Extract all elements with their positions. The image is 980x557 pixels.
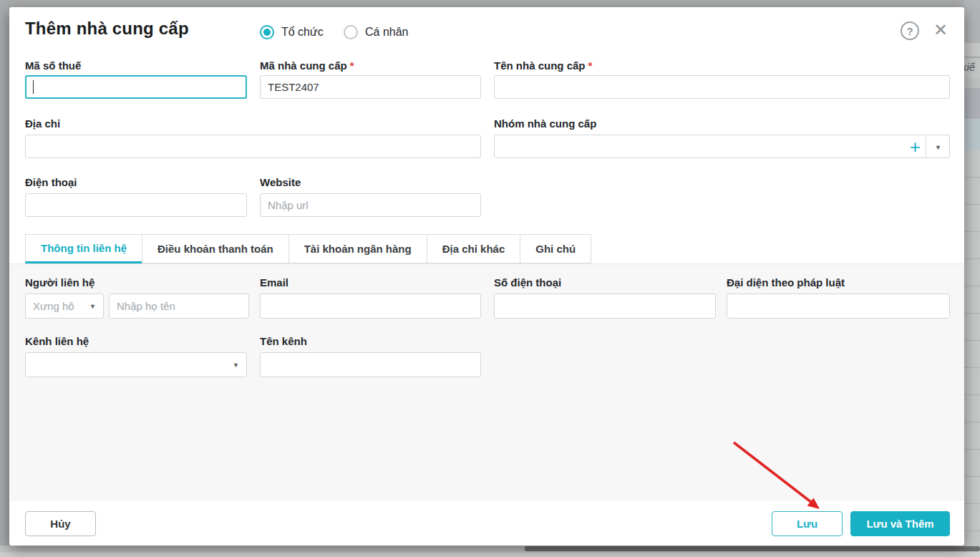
background-band (964, 88, 980, 119)
chevron-down-icon: ▼ (233, 362, 239, 369)
radio-option-individual[interactable]: Cá nhân (344, 25, 409, 39)
channel-name-input[interactable] (260, 352, 481, 377)
supplier-group-label: Nhóm nhà cung cấp (494, 117, 596, 130)
tab-notes[interactable]: Ghi chú (520, 234, 591, 263)
tab-bank-accounts[interactable]: Tài khoản ngân hàng (288, 234, 427, 263)
background-bottom-strip (0, 552, 980, 557)
required-marker: * (588, 59, 593, 72)
radio-option-organization[interactable]: Tổ chức (260, 25, 324, 39)
background-table-rows (964, 150, 980, 546)
address-label: Địa chỉ (25, 117, 60, 130)
contact-person-label: Người liên hệ (25, 276, 94, 289)
phone-input[interactable] (25, 193, 247, 217)
help-icon[interactable]: ? (901, 21, 919, 40)
contact-phone-label: Số điện thoại (494, 276, 561, 289)
tab-contact-info[interactable]: Thông tin liên hệ (25, 234, 142, 263)
background-page-sliver: kiế (964, 0, 980, 557)
website-input[interactable] (260, 193, 481, 217)
tax-code-input[interactable] (25, 75, 247, 99)
radio-selected-icon[interactable] (260, 25, 274, 39)
tab-bar: Thông tin liên hệ Điều khoản thanh toán … (25, 234, 591, 263)
add-group-icon[interactable]: + (910, 136, 921, 158)
supplier-code-input[interactable] (260, 75, 481, 99)
tab-payment-terms[interactable]: Điều khoản thanh toán (142, 234, 289, 263)
legal-representative-input[interactable] (727, 294, 950, 319)
supplier-name-label: Tên nhà cung cấp* (494, 59, 592, 72)
supplier-code-label: Mã nhà cung cấp* (260, 59, 354, 72)
supplier-group-combobox[interactable]: + ▼ (494, 135, 950, 158)
salutation-select[interactable]: Xưng hô ▼ (25, 294, 104, 319)
required-marker: * (350, 59, 354, 72)
text-cursor (33, 80, 34, 94)
background-band (964, 43, 980, 57)
website-label: Website (260, 176, 301, 188)
background-partial-text: kiế (964, 61, 975, 73)
contact-name-input[interactable] (109, 294, 249, 319)
background-band (964, 78, 980, 88)
tab-other-address[interactable]: Địa chỉ khác (427, 234, 521, 263)
supplier-name-input[interactable] (494, 75, 950, 99)
channel-name-label: Tên kênh (260, 335, 307, 347)
phone-label: Điện thoại (25, 176, 77, 188)
address-input[interactable] (25, 135, 481, 158)
radio-label: Tổ chức (281, 26, 324, 39)
save-and-add-button[interactable]: Lưu và Thêm (850, 511, 950, 536)
email-label: Email (260, 276, 288, 289)
legal-representative-label: Đại diện theo pháp luật (727, 276, 845, 289)
radio-unselected-icon[interactable] (344, 25, 358, 39)
background-text-row: kiế (964, 58, 980, 78)
background-band (964, 0, 980, 43)
background-band (964, 119, 980, 150)
cancel-button[interactable]: Hủy (25, 511, 96, 536)
background-scrollbar-thumb[interactable] (525, 546, 980, 551)
chevron-down-icon[interactable]: ▼ (935, 144, 941, 151)
contact-channel-label: Kênh liên hệ (25, 335, 89, 347)
contact-channel-select[interactable]: ▼ (25, 352, 247, 377)
close-icon[interactable]: ✕ (931, 20, 950, 40)
contact-phone-input[interactable] (494, 294, 716, 319)
modal-title: Thêm nhà cung cấp (25, 19, 189, 39)
combobox-divider (926, 136, 926, 158)
radio-label: Cá nhân (365, 26, 409, 39)
tax-code-label: Mã số thuế (25, 59, 81, 72)
chevron-down-icon: ▼ (89, 303, 96, 310)
add-supplier-modal: Thêm nhà cung cấp Tổ chức Cá nhân ? ✕ Mã… (9, 7, 964, 546)
email-input[interactable] (260, 294, 481, 319)
save-button[interactable]: Lưu (772, 511, 843, 536)
